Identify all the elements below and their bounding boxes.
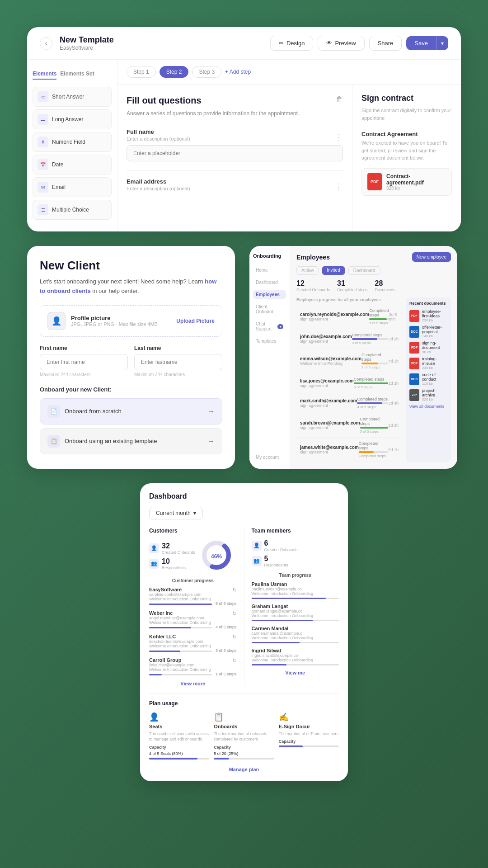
customers-metric-2: 👥 10 Respondents — [149, 557, 195, 570]
form-title: Fill out questions — [127, 95, 343, 106]
onboard-template-option[interactable]: 📋 Onboard using an existing template → — [40, 428, 222, 454]
element-short-answer[interactable]: ▭ Short Answer — [33, 87, 112, 107]
template-body: Elements Elements Set ▭ Short Answer ▬ L… — [27, 60, 461, 231]
upload-picture-link[interactable]: Upload Picture — [176, 318, 215, 324]
emp-section-title: Employees — [296, 254, 330, 261]
step-content: 🗑 Fill out questions Answer a series of … — [117, 85, 461, 231]
add-step-button[interactable]: + Add step — [225, 69, 251, 75]
element-date[interactable]: 📅 Date — [33, 155, 112, 175]
save-dropdown-button[interactable]: ▾ — [436, 36, 448, 50]
step-1-pill[interactable]: Step 1 — [127, 66, 156, 78]
table-row[interactable]: sarah.brown@example.com sign agreement C… — [296, 413, 402, 438]
email-field-options-icon[interactable]: ⋮ — [335, 182, 343, 192]
doc-item[interactable]: DOC offer-letter-proposal140 kb — [409, 325, 447, 338]
doc-item[interactable]: PDF signing-document98 kb — [409, 341, 447, 354]
emp-tab-invited[interactable]: Invited — [322, 266, 344, 275]
first-name-input[interactable] — [40, 354, 128, 370]
delete-icon[interactable]: 🗑 — [336, 95, 343, 104]
steps-bar: Step 1 Step 2 Step 3 + Add step — [117, 60, 461, 85]
name-row: First name Maximum 244 characters Last n… — [40, 345, 222, 377]
emp-nav-dashboard[interactable]: Dashboard — [253, 278, 286, 287]
long-answer-icon: ▬ — [38, 114, 48, 125]
step-2-pill[interactable]: Step 2 — [160, 66, 189, 78]
doc-item[interactable]: PDF employee-first-ideas230 kb — [409, 309, 447, 322]
chevron-down-icon: ▾ — [193, 510, 196, 516]
element-email[interactable]: ✉ Email — [33, 177, 112, 197]
pdf-file[interactable]: PDF Contract-agreement.pdf 828 kb — [361, 168, 452, 196]
tab-elements-set[interactable]: Elements Set — [60, 69, 94, 80]
team-progress-item[interactable]: Ingrid Sitwat ingrid.sitwat@example.co W… — [252, 648, 339, 665]
profile-sublabel: JPG, JPEG or PNG - Max file size 4MB — [71, 321, 158, 327]
preview-button[interactable]: 👁 Preview — [318, 36, 364, 51]
template-header: ‹ New Template EasySoftware ✏ Design 👁 P… — [27, 27, 461, 60]
team-progress-item[interactable]: Paulina Usman paulinausman@example.co We… — [252, 581, 339, 599]
save-group: Save ▾ — [406, 36, 448, 50]
dashboard-title: Dashboard — [149, 492, 339, 500]
customers-section: Customers 👤 32 Created Onboards 👥 — [149, 528, 237, 686]
view-more-customers[interactable]: View more — [149, 681, 237, 686]
plan-esign: ✍ E-Sign Docur The number of ei Team mem… — [279, 712, 339, 760]
main-content-area: Step 1 Step 2 Step 3 + Add step 🗑 Fill o… — [117, 60, 461, 231]
month-filter[interactable]: Current month ▾ — [149, 507, 203, 519]
emp-nav-home[interactable]: Home — [253, 266, 286, 274]
table-row[interactable]: carolyn.reynolds@example.com sign agreem… — [296, 305, 402, 329]
template-subtitle: EasySoftware — [60, 45, 263, 51]
doc-item[interactable]: DOC code-of-conduct118 kb — [409, 373, 447, 386]
date-icon: 📅 — [38, 159, 48, 170]
table-row[interactable]: james.white@example.com sign agreement C… — [296, 438, 402, 462]
progress-item[interactable]: Weber Inc angel.martinez@example.com Wel… — [149, 610, 237, 629]
step-3-pill[interactable]: Step 3 — [192, 66, 221, 78]
field-options-icon[interactable]: ⋮ — [335, 132, 343, 142]
element-long-answer[interactable]: ▬ Long Answer — [33, 109, 112, 129]
emp-nav-client-onboard[interactable]: Client Onboard — [253, 302, 286, 316]
recent-docs-panel: Recent documents PDF employee-first-idea… — [406, 297, 451, 462]
progress-item[interactable]: EasySoftware caroline.cook@example.com W… — [149, 587, 237, 606]
full-name-input[interactable] — [127, 145, 343, 161]
emp-table: Employees progress for all your employee… — [296, 297, 402, 462]
pdf-name: Contract-agreement.pdf — [386, 173, 446, 186]
new-employee-button[interactable]: New employee — [412, 252, 451, 262]
new-client-desc: Let's start onboarding your next client!… — [40, 277, 222, 296]
customers-icon: 👤 — [149, 543, 159, 553]
table-row[interactable]: mark.smith@example.com sign agreement Co… — [296, 393, 402, 413]
element-multiple-choice[interactable]: ☰ Multiple Choice — [33, 200, 112, 220]
emp-tab-dashboard[interactable]: Dashboard — [348, 266, 380, 275]
progress-item[interactable]: Carroll Group links.cruz@example.com Wel… — [149, 657, 237, 676]
share-button[interactable]: Share — [369, 36, 402, 51]
refresh-icon: ↻ — [232, 587, 237, 593]
profile-label: Profile picture — [71, 315, 158, 321]
contract-title: Sign contract — [361, 94, 452, 103]
emp-nav-account[interactable]: My account — [253, 453, 286, 462]
team-progress-item[interactable]: Carmen Mandal carmen.mandal@example.c We… — [252, 626, 339, 643]
doc-icon-2: DOC — [409, 373, 419, 385]
agreement-title: Contract Agreement — [361, 131, 452, 137]
first-name-field: First name Maximum 244 characters — [40, 345, 128, 377]
agreement-desc: We're excited to have you on board! To g… — [361, 139, 452, 162]
contract-panel: Sign contract Sign the contract digitall… — [352, 85, 461, 231]
emp-nav-employees[interactable]: Employees — [253, 290, 286, 299]
doc-item[interactable]: PDF training-misuse230 kb — [409, 357, 447, 370]
emp-tab-active[interactable]: Active — [296, 266, 319, 275]
onboard-from-scratch-option[interactable]: 📄 Onboard from scratch → — [40, 398, 222, 425]
team-progress-item[interactable]: Graham Langat graham.langat@example.co W… — [252, 604, 339, 621]
back-button[interactable]: ‹ — [40, 37, 52, 50]
doc-item[interactable]: ZIP project-archive320 kb — [409, 388, 447, 401]
save-button[interactable]: Save — [406, 36, 436, 50]
view-all-docs-link[interactable]: View all documents — [409, 404, 447, 409]
design-button[interactable]: ✏ Design — [270, 36, 313, 51]
first-name-hint: Maximum 244 characters — [40, 372, 128, 377]
progress-item[interactable]: Kohler LLC direction-team@example.com We… — [149, 634, 237, 653]
table-row[interactable]: lisa.jones@example.com sign agreement Co… — [296, 373, 402, 393]
tab-elements[interactable]: Elements — [33, 69, 56, 80]
element-numeric[interactable]: # Numeric Field — [33, 132, 112, 152]
new-client-title: New Client — [40, 259, 222, 273]
view-more-team[interactable]: View me — [252, 670, 339, 675]
dashboard-sections: Customers 👤 32 Created Onboards 👥 — [149, 528, 339, 686]
last-name-input[interactable] — [134, 354, 222, 370]
emp-nav-templates[interactable]: Templates — [253, 337, 286, 345]
form-desc: Answer a series of questions to provide … — [127, 109, 343, 118]
table-row[interactable]: emma.wilson@example.com Welcome Intro-Pe… — [296, 349, 402, 373]
manage-plan-link[interactable]: Manage plan — [149, 767, 339, 772]
table-row[interactable]: john.doe@example.com sign agreement Comp… — [296, 329, 402, 349]
emp-nav-chat[interactable]: Chat Support ● — [253, 320, 286, 333]
